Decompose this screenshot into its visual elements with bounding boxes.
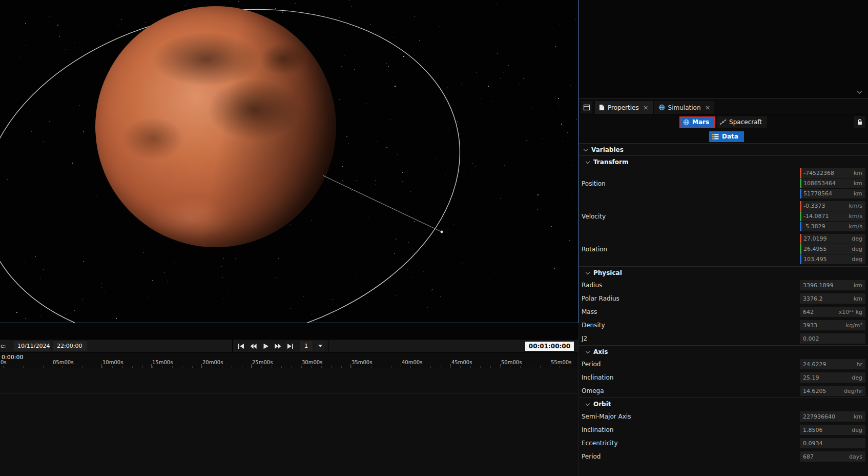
data-tab-label: Data bbox=[722, 133, 738, 140]
value-field[interactable]: 3933 kg/m³ bbox=[800, 320, 865, 330]
close-icon[interactable]: × bbox=[705, 104, 710, 111]
close-icon[interactable]: × bbox=[643, 104, 649, 111]
skip-start-icon bbox=[238, 343, 244, 349]
ruler-tick bbox=[401, 364, 401, 368]
unit-label: km bbox=[852, 180, 862, 187]
ruler-tick bbox=[201, 364, 202, 368]
value-text: 25.19 bbox=[803, 374, 819, 381]
tab-simulation[interactable]: Simulation × bbox=[654, 101, 715, 114]
unit-label: deg bbox=[850, 374, 862, 381]
unit-label: hr bbox=[855, 361, 863, 368]
section-header-physical[interactable]: Physical bbox=[579, 266, 868, 279]
speed-value[interactable]: 1 bbox=[300, 341, 313, 351]
rewind-button[interactable] bbox=[248, 341, 259, 351]
add-panel-button[interactable] bbox=[581, 101, 592, 113]
ruler-label: 05m00s bbox=[53, 360, 73, 365]
vector-x-field[interactable]: -0.3373 km/s bbox=[800, 201, 865, 211]
object-button-mars[interactable]: Mars bbox=[679, 116, 715, 128]
spacecraft-link-layer bbox=[0, 0, 578, 323]
time-input[interactable]: 22:00:00 bbox=[53, 341, 87, 351]
vector-y-field[interactable]: -14.0871 km/s bbox=[800, 211, 865, 221]
section-header-transform[interactable]: Transform bbox=[579, 155, 868, 168]
skip-start-button[interactable] bbox=[236, 341, 246, 351]
chevron-down-icon bbox=[586, 159, 590, 163]
section-header-variables[interactable]: Variables bbox=[579, 143, 868, 155]
vector-x-field[interactable]: -74522368 km bbox=[800, 168, 865, 178]
rewind-icon bbox=[250, 343, 257, 349]
ruler-label: 50m00s bbox=[501, 360, 522, 365]
lock-button[interactable] bbox=[854, 116, 865, 128]
value-field[interactable]: 25.19 deg bbox=[800, 372, 865, 383]
unit-label: km/s bbox=[846, 203, 862, 209]
panel-top-spacer bbox=[579, 0, 868, 99]
speed-dropdown-button[interactable] bbox=[315, 341, 325, 351]
section-header-orbit[interactable]: Orbit bbox=[579, 398, 868, 410]
unit-label: km bbox=[852, 190, 862, 197]
property-label: Velocity bbox=[579, 213, 606, 220]
object-selector-row: Mars Spacecraft bbox=[579, 114, 868, 130]
value-text: -0.3373 bbox=[803, 203, 825, 209]
value-field[interactable]: 24.6229 hr bbox=[800, 359, 865, 369]
unit-label: deg bbox=[850, 246, 862, 252]
property-label: Period bbox=[579, 361, 601, 368]
value-field[interactable]: 642 x10²¹ kg bbox=[800, 307, 865, 317]
property-label: Eccentricity bbox=[579, 440, 617, 447]
value-field[interactable]: 14.6205 deg/hr bbox=[800, 386, 865, 396]
vector-z-field[interactable]: 103.495 deg bbox=[800, 254, 865, 264]
chevron-down-icon bbox=[586, 401, 590, 405]
unit-label: km/s bbox=[846, 223, 862, 230]
vector-stack: -74522368 km 108653464 km 51778564 km bbox=[800, 168, 865, 199]
playback-controls: 1 bbox=[233, 340, 328, 352]
panel-collapse-button[interactable] bbox=[855, 90, 863, 96]
property-sections: Variables Transform Position -74522368 k… bbox=[579, 143, 868, 463]
fast-forward-button[interactable] bbox=[273, 341, 283, 351]
unit-label: x10²¹ kg bbox=[837, 309, 862, 315]
ruler-label: 0s bbox=[1, 360, 7, 365]
ruler-tick bbox=[350, 364, 351, 368]
vector-z-field[interactable]: -5.3829 km/s bbox=[800, 222, 865, 231]
value-text: 14.6205 bbox=[803, 388, 826, 394]
vector-y-field[interactable]: 26.4955 deg bbox=[800, 244, 865, 254]
date-label-fragment: e: bbox=[1, 343, 6, 349]
globe-icon bbox=[683, 119, 690, 126]
property-label: Omega bbox=[579, 387, 604, 394]
skip-end-button[interactable] bbox=[285, 341, 296, 351]
add-panel-icon bbox=[583, 104, 590, 111]
tab-properties[interactable]: Properties × bbox=[595, 101, 653, 114]
value-field[interactable]: 0.0934 bbox=[800, 438, 865, 448]
play-button[interactable] bbox=[260, 341, 271, 351]
property-row: Density 3933 kg/m³ bbox=[579, 319, 868, 332]
ruler-tick bbox=[251, 364, 252, 368]
date-input[interactable]: 10/11/2024 bbox=[14, 341, 50, 351]
globe-icon bbox=[658, 104, 665, 111]
ruler-label: 40m00s bbox=[402, 360, 422, 365]
value-text: 3376.2 bbox=[803, 295, 823, 302]
value-text: 26.4955 bbox=[803, 246, 827, 252]
scene-viewport[interactable] bbox=[0, 0, 578, 323]
section-header-axis[interactable]: Axis bbox=[579, 345, 868, 358]
vector-x-field[interactable]: 27.0199 deg bbox=[800, 234, 865, 244]
property-row: Omega 14.6205 deg/hr bbox=[579, 384, 868, 398]
chevron-down-icon bbox=[318, 345, 322, 347]
duration-field[interactable]: 00:01:00:00 bbox=[525, 342, 574, 351]
unit-label: km bbox=[852, 295, 862, 302]
value-field[interactable]: 3376.2 km bbox=[800, 293, 865, 304]
list-icon bbox=[712, 134, 719, 140]
value-field[interactable]: 1.8506 deg bbox=[800, 425, 865, 435]
ruler-tick bbox=[52, 364, 52, 368]
fast-forward-icon bbox=[275, 343, 281, 349]
ruler-tick bbox=[101, 364, 102, 368]
unit-label: deg/hr bbox=[842, 388, 862, 394]
property-label: Inclination bbox=[579, 426, 613, 433]
time-ruler[interactable]: 0:00:00 0s 05m00s 10m00s 15m00s 20m00s 2… bbox=[0, 353, 578, 368]
vector-z-field[interactable]: 51778564 km bbox=[800, 189, 865, 199]
value-field[interactable]: 687 days bbox=[800, 451, 865, 462]
data-tab-button[interactable]: Data bbox=[709, 131, 744, 142]
timeline-tracks-area[interactable] bbox=[0, 368, 578, 476]
property-row: Semi-Major Axis 227936640 km bbox=[579, 410, 868, 423]
value-field[interactable]: 3396.1899 km bbox=[800, 280, 865, 290]
value-field[interactable]: 0.002 bbox=[800, 333, 865, 344]
value-field[interactable]: 227936640 km bbox=[800, 411, 865, 422]
vector-y-field[interactable]: 108653464 km bbox=[800, 179, 865, 188]
object-button-spacecraft[interactable]: Spacecraft bbox=[717, 116, 767, 128]
